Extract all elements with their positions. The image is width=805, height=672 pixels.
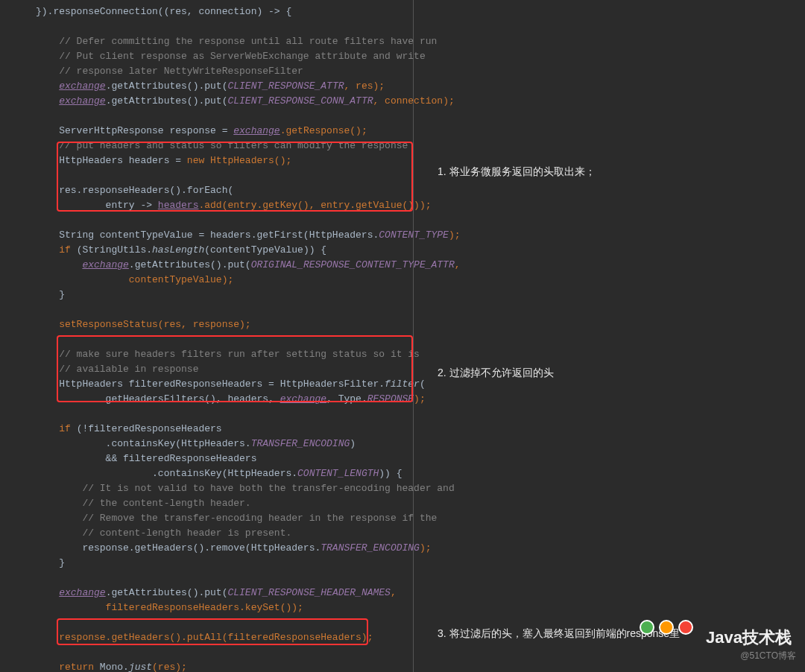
static-method: just [129, 662, 152, 672]
static-field: CONTENT_LENGTH [297, 468, 379, 479]
keyword-new: new [187, 155, 204, 166]
code-comment: // Defer committing the response until a… [36, 36, 437, 47]
code-comment: // the content-length header. [36, 498, 251, 509]
code-comment: // available in response [36, 364, 198, 375]
code-line: setResponseStatus(res, response); [36, 319, 251, 330]
static-field: CLIENT_RESPONSE_CONN_ATTR [227, 95, 373, 107]
keyword-if: if [59, 423, 71, 434]
keyword-if: if [59, 244, 71, 256]
code-comment: // put headers and status so filters can… [36, 140, 408, 151]
static-field: TRANSFER_ENCODING [321, 542, 420, 554]
code-line: contentTypeValue); [36, 274, 233, 285]
watermark-cto: @51CTO博客 [740, 648, 796, 663]
field-ref: exchange [59, 95, 105, 107]
static-field: RESPONSE [367, 393, 414, 405]
field-ref: exchange [59, 80, 105, 92]
code-comment: // content-length header is present. [36, 527, 291, 539]
code-line: filteredResponseHeaders.keySet()); [36, 602, 303, 613]
annotation-2: 2. 过滤掉不允许返回的头 [438, 365, 554, 380]
code-line: && filteredResponseHeaders [36, 453, 256, 464]
field-ref: exchange [233, 125, 280, 136]
static-method: hasLength [152, 244, 204, 256]
code-line: response.getHeaders().putAll(filteredRes… [36, 632, 373, 643]
dot-green-icon [640, 620, 654, 635]
code-line: }).responseConnection((res, connection) … [36, 6, 291, 17]
code-comment: // Put client response as ServerWebExcha… [36, 51, 426, 62]
dot-orange-icon [659, 620, 674, 635]
annotation-1: 1. 将业务微服务返回的头取出来； [438, 164, 596, 179]
var-ref: headers [158, 200, 199, 211]
code-comment: // It is not valid to have both the tran… [36, 483, 455, 494]
static-field: TRANSFER_ENCODING [251, 438, 350, 449]
dot-red-icon [678, 620, 693, 635]
code-comment: // make sure headers filters run after s… [36, 349, 420, 360]
code-line: res.responseHeaders().forEach( [36, 185, 233, 196]
code-line: } [36, 289, 65, 300]
watermark-java: Java技术栈 [706, 630, 792, 645]
field-ref: exchange [82, 259, 128, 270]
field-ref: exchange [280, 393, 326, 405]
static-field: CLIENT_RESPONSE_HEADER_NAMES [227, 587, 390, 598]
field-ref: exchange [59, 587, 105, 598]
editor-container: }).responseConnection((res, connection) … [0, 0, 805, 672]
static-field: CLIENT_RESPONSE_ATTR [227, 80, 344, 92]
code-area[interactable]: }).responseConnection((res, connection) … [0, 0, 414, 672]
code-comment: // Remove the transfer-encoding header i… [36, 513, 437, 524]
code-line: } [36, 557, 65, 568]
annotation-area: 1. 将业务微服务返回的头取出来； 2. 过滤掉不允许返回的头 3. 将过滤后的… [414, 0, 805, 672]
watermark-dots-icon [640, 620, 693, 635]
code-comment: // response later NettyWriteResponseFilt… [36, 66, 303, 77]
keyword-return: return [59, 662, 94, 672]
